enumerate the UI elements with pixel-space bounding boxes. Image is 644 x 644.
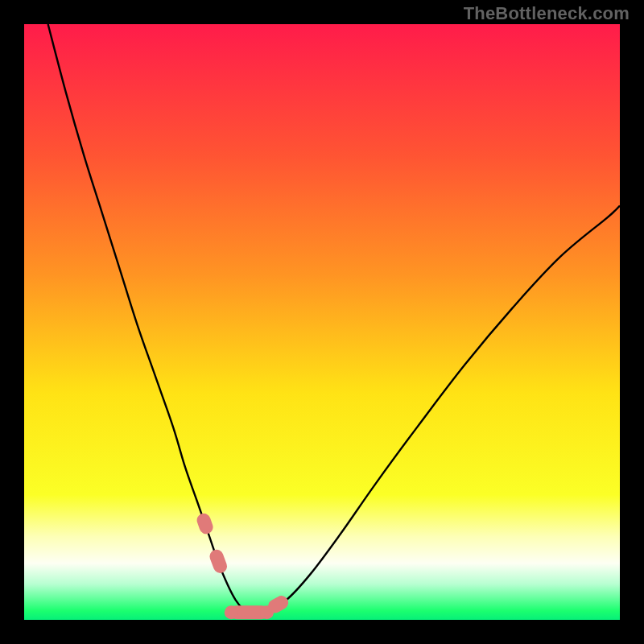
chart-frame: TheBottleneck.com xyxy=(0,0,644,644)
gradient-background xyxy=(24,24,620,620)
bottleneck-chart xyxy=(0,0,644,644)
watermark-text: TheBottleneck.com xyxy=(464,3,630,24)
svg-point-4 xyxy=(225,605,238,619)
